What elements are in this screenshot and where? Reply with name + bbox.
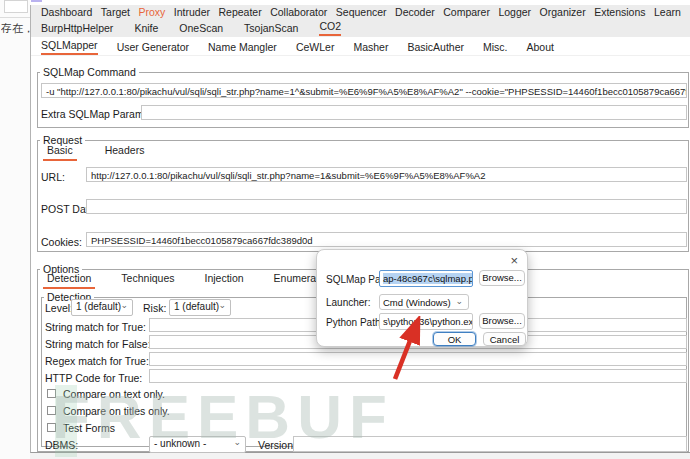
dbms-label: DBMS: bbox=[45, 439, 78, 451]
risk-label: Risk: bbox=[143, 302, 166, 314]
chevron-down-icon: ⌄ bbox=[455, 296, 463, 306]
chevron-down-icon: ⌄ bbox=[218, 300, 226, 310]
screen: 存在， Dashboard Target Proxy Intruder Repe… bbox=[0, 0, 690, 459]
url-label: URL: bbox=[41, 171, 65, 183]
python-path-label: Python Path: bbox=[326, 317, 383, 328]
tab-basicauther[interactable]: BasicAuther bbox=[407, 41, 464, 55]
tab-knife[interactable]: Knife bbox=[134, 22, 158, 36]
dbms-value: - unknown - bbox=[154, 438, 206, 449]
tab-organizer[interactable]: Organizer bbox=[540, 6, 586, 20]
compare-titles-label: Compare on titles only. bbox=[63, 405, 170, 417]
version-label: Version: bbox=[258, 439, 296, 451]
co2-tab-bar: SQLMapper User Generator Name Mangler Ce… bbox=[31, 37, 690, 56]
dbms-select[interactable]: - unknown - ⌄ bbox=[149, 436, 246, 453]
post-data-input[interactable] bbox=[86, 199, 687, 214]
tab-burphttphelper[interactable]: BurpHttpHelper bbox=[41, 22, 113, 36]
http-code-label: HTTP Code for True: bbox=[45, 372, 142, 384]
tab-sequencer[interactable]: Sequencer bbox=[336, 6, 387, 20]
tab-dashboard[interactable]: Dashboard bbox=[41, 6, 92, 20]
launcher-label: Launcher: bbox=[326, 297, 370, 308]
tab-misc[interactable]: Misc. bbox=[483, 41, 508, 55]
tab-learn[interactable]: Learn bbox=[654, 6, 681, 20]
main-menu-bar: Dashboard Target Proxy Intruder Repeater… bbox=[31, 5, 690, 20]
python-path-browse-button[interactable]: Browse... bbox=[479, 313, 525, 329]
page-background-bottom bbox=[30, 453, 690, 459]
sqlmap-path-value: ap-48c967c\sqlmap.py bbox=[383, 273, 473, 284]
background-chinese-text: 存在， bbox=[1, 21, 30, 36]
annotation-arrow bbox=[385, 316, 431, 386]
compare-text-label: Compare on text only. bbox=[63, 388, 165, 400]
tab-repeater[interactable]: Repeater bbox=[218, 6, 261, 20]
compare-text-checkbox[interactable] bbox=[47, 389, 56, 398]
tab-request-basic[interactable]: Basic bbox=[43, 144, 77, 161]
risk-value: 1 (default) bbox=[174, 301, 219, 312]
cancel-button[interactable]: Cancel bbox=[483, 332, 526, 346]
test-forms-label: Test Forms bbox=[63, 422, 115, 434]
tab-cewler[interactable]: CeWLer bbox=[296, 41, 335, 55]
tab-comparer[interactable]: Comparer bbox=[443, 6, 490, 20]
tab-user-generator[interactable]: User Generator bbox=[117, 41, 189, 55]
tab-about[interactable]: About bbox=[527, 41, 554, 55]
sqlmap-command-group-label: SQLMap Command bbox=[40, 66, 139, 78]
tab-sqlmapper[interactable]: SQLMapper bbox=[41, 39, 98, 55]
level-value: 1 (default) bbox=[76, 301, 121, 312]
burp-window: Dashboard Target Proxy Intruder Repeater… bbox=[30, 5, 690, 453]
background-cursor-mark bbox=[31, 0, 42, 2]
tab-injection[interactable]: Injection bbox=[200, 272, 247, 289]
close-icon[interactable]: × bbox=[510, 253, 518, 268]
sqlmap-path-input[interactable]: ap-48c967c\sqlmap.py bbox=[379, 270, 473, 287]
tab-onescan[interactable]: OneScan bbox=[179, 22, 223, 36]
ok-button[interactable]: OK bbox=[433, 332, 476, 346]
launcher-select[interactable]: Cmd (Windows) ⌄ bbox=[379, 294, 469, 310]
extensions-menu-bar: BurpHttpHelper Knife OneScan TsojanScan … bbox=[31, 20, 690, 37]
string-false-label: String match for False: bbox=[45, 338, 151, 350]
tab-collaborator[interactable]: Collaborator bbox=[270, 6, 327, 20]
tab-logger[interactable]: Logger bbox=[498, 6, 531, 20]
page-background-left: 存在， bbox=[0, 0, 30, 459]
cookies-input[interactable]: PHPSESSID=14460f1becc0105879ca667fdc389d… bbox=[86, 232, 687, 247]
tab-masher[interactable]: Masher bbox=[353, 41, 388, 55]
tab-detection[interactable]: Detection bbox=[43, 272, 95, 289]
url-input[interactable]: http://127.0.0.1:80/pikachu/vul/sqli/sql… bbox=[86, 167, 687, 182]
tab-extensions[interactable]: Extensions bbox=[594, 6, 645, 20]
tab-techniques[interactable]: Techniques bbox=[117, 272, 178, 289]
tab-request-headers[interactable]: Headers bbox=[101, 144, 149, 161]
tab-decoder[interactable]: Decoder bbox=[395, 6, 435, 20]
sqlmap-command-input[interactable]: -u "http://127.0.0.1:80/pikachu/vul/sqli… bbox=[41, 83, 687, 98]
tab-name-mangler[interactable]: Name Mangler bbox=[208, 41, 277, 55]
version-input[interactable] bbox=[293, 436, 687, 452]
level-select[interactable]: 1 (default) ⌄ bbox=[71, 299, 133, 316]
regex-true-label: Regex match for True: bbox=[45, 355, 149, 367]
string-true-label: String match for True: bbox=[45, 321, 146, 333]
chevron-down-icon: ⌄ bbox=[233, 437, 241, 447]
extra-params-input[interactable] bbox=[141, 105, 687, 120]
extra-params-label: Extra SQLMap Params: bbox=[41, 108, 152, 120]
background-divider bbox=[0, 17, 30, 18]
level-label: Level: bbox=[45, 302, 73, 314]
tab-intruder[interactable]: Intruder bbox=[174, 6, 210, 20]
sqlmap-path-browse-button[interactable]: Browse... bbox=[479, 270, 525, 286]
tab-co2[interactable]: CO2 bbox=[319, 20, 341, 36]
launcher-value: Cmd (Windows) bbox=[383, 297, 451, 308]
request-tabs: Basic Headers bbox=[43, 144, 148, 161]
risk-select[interactable]: 1 (default) ⌄ bbox=[169, 299, 231, 316]
compare-titles-checkbox[interactable] bbox=[47, 406, 56, 415]
tab-proxy[interactable]: Proxy bbox=[139, 6, 166, 20]
tab-tsojanscan[interactable]: TsojanScan bbox=[244, 22, 298, 36]
cookies-label: Cookies: bbox=[41, 236, 82, 248]
tab-target[interactable]: Target bbox=[101, 6, 130, 20]
background-box bbox=[4, 0, 28, 13]
chevron-down-icon: ⌄ bbox=[120, 300, 128, 310]
test-forms-checkbox[interactable] bbox=[47, 423, 56, 432]
